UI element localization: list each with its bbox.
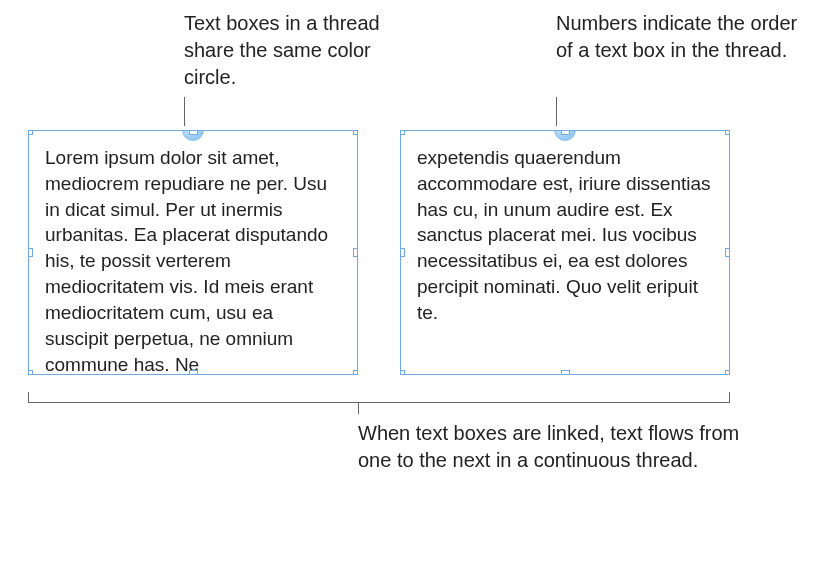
resize-handle[interactable]	[353, 370, 358, 375]
resize-handle[interactable]	[561, 370, 570, 375]
resize-handle[interactable]	[561, 130, 570, 135]
lead-line	[184, 97, 185, 126]
resize-handle[interactable]	[353, 248, 358, 257]
resize-handle[interactable]	[725, 248, 730, 257]
textbox-content: Lorem ipsum dolor sit amet, mediocrem re…	[45, 147, 328, 375]
resize-handle[interactable]	[353, 130, 358, 135]
callout-thread-order: Numbers indicate the order of a text box…	[556, 10, 816, 64]
resize-handle[interactable]	[189, 370, 198, 375]
resize-handle[interactable]	[28, 130, 33, 135]
resize-handle[interactable]	[189, 130, 198, 135]
linked-textbox-1[interactable]: 1 Lorem ipsum dolor sit amet, mediocrem …	[28, 130, 358, 375]
linked-textbox-2[interactable]: 2 expetendis quaerendum accommodare est,…	[400, 130, 730, 375]
callout-bracket	[28, 392, 730, 410]
resize-handle[interactable]	[725, 130, 730, 135]
resize-handle[interactable]	[28, 248, 33, 257]
resize-handle[interactable]	[400, 370, 405, 375]
resize-handle[interactable]	[725, 370, 730, 375]
callout-linked-flow: When text boxes are linked, text flows f…	[358, 420, 768, 474]
textbox-content: expetendis quaerendum accommodare est, i…	[417, 147, 711, 323]
resize-handle[interactable]	[400, 130, 405, 135]
resize-handle[interactable]	[400, 248, 405, 257]
resize-handle[interactable]	[28, 370, 33, 375]
lead-line	[556, 97, 557, 126]
callout-thread-color: Text boxes in a thread share the same co…	[184, 10, 414, 91]
